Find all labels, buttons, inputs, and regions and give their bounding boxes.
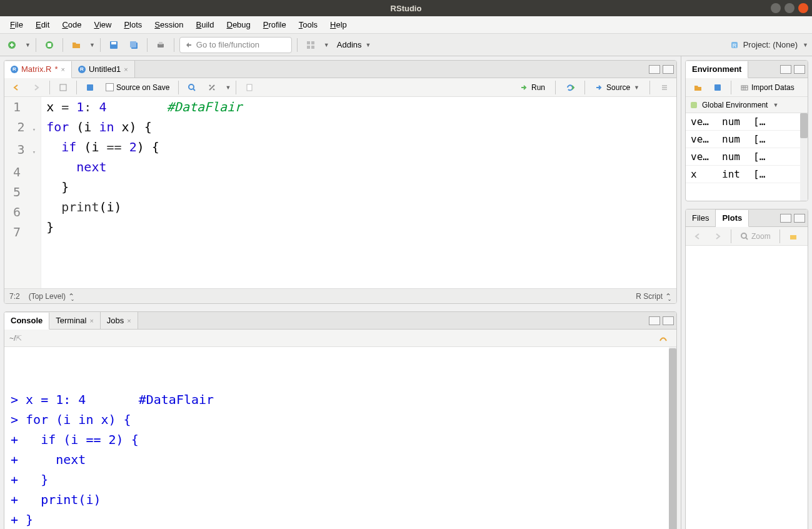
clear-console-button[interactable] (655, 330, 671, 346)
run-button[interactable]: Run (516, 82, 549, 93)
code-editor[interactable]: 1 2 ▾3 ▾4 5 6 7 x = 1: 4 #DataFlairfor (… (4, 97, 676, 288)
panes-dropdown[interactable]: ▼ (324, 42, 329, 48)
menu-edit[interactable]: Edit (31, 18, 54, 31)
new-project-button[interactable] (41, 37, 58, 53)
goto-file-function-input[interactable]: Go to file/function (179, 37, 292, 53)
close-tab-icon[interactable]: × (61, 66, 64, 73)
window-close-button[interactable] (798, 3, 808, 13)
code-tools-button[interactable] (204, 79, 220, 96)
code-line[interactable]: if (i == 2) { (46, 137, 242, 157)
close-tab-icon[interactable]: × (127, 317, 131, 325)
minimize-pane-button[interactable] (649, 316, 660, 325)
minimize-pane-button[interactable] (780, 65, 791, 74)
save-workspace-button[interactable] (709, 79, 726, 96)
menu-code[interactable]: Code (57, 18, 86, 31)
env-row[interactable]: xint[… (686, 166, 808, 183)
source-tab-matrix[interactable]: R Matrix.R* × (4, 61, 72, 78)
new-file-dropdown[interactable]: ▼ (25, 42, 31, 48)
code-line[interactable]: } (46, 217, 242, 237)
tab-terminal[interactable]: Terminal × (49, 312, 101, 329)
import-dataset-button[interactable]: Import Datas (736, 82, 798, 93)
gutter-line[interactable]: 2 ▾ (13, 117, 36, 139)
scope-selector[interactable]: (Top Level) ⌃̬ (29, 292, 74, 301)
code-line[interactable]: print(i) (46, 197, 242, 217)
previous-plot-button[interactable] (689, 228, 706, 244)
file-type-selector[interactable]: R Script ⌃̬ (636, 292, 671, 301)
window-maximize-button[interactable] (784, 3, 794, 13)
menu-help[interactable]: Help (325, 18, 352, 31)
env-scrollbar[interactable] (800, 113, 808, 201)
menu-view[interactable]: View (89, 18, 116, 31)
menu-plots[interactable]: Plots (119, 18, 147, 31)
new-file-button[interactable] (4, 37, 20, 53)
gutter-line[interactable]: 3 ▾ (13, 139, 36, 162)
gutter-line[interactable]: 5 (13, 182, 36, 202)
gutter-line[interactable]: 7 (13, 222, 36, 242)
svg-text:R: R (732, 43, 736, 49)
save-all-button[interactable] (126, 37, 142, 53)
code-line[interactable]: x = 1: 4 #DataFlair (46, 97, 242, 117)
maximize-pane-button[interactable] (663, 316, 674, 325)
menu-build[interactable]: Build (191, 18, 219, 31)
code-line[interactable]: next (46, 157, 242, 177)
menu-file[interactable]: File (5, 18, 28, 31)
compile-report-button[interactable] (241, 79, 258, 96)
maximize-pane-button[interactable] (794, 214, 805, 223)
env-row[interactable]: ve…num[… (686, 113, 808, 131)
grid-view-button[interactable] (303, 37, 319, 53)
console-scrollbar[interactable] (669, 347, 676, 529)
save-button[interactable] (106, 37, 122, 53)
tab-files[interactable]: Files (686, 209, 716, 226)
tab-environment[interactable]: Environment (686, 61, 748, 78)
gutter-line[interactable]: 4 (13, 162, 36, 182)
maximize-pane-button[interactable] (794, 65, 805, 74)
r-file-icon: R (11, 66, 18, 73)
environment-scope-label[interactable]: Global Environment (702, 101, 768, 109)
load-workspace-button[interactable] (689, 79, 706, 96)
show-in-new-window-button[interactable] (55, 79, 71, 96)
outline-button[interactable] (656, 79, 673, 96)
console-output[interactable]: > x = 1: 4 #DataFlair> for (i in x) {+ i… (4, 347, 676, 529)
addins-menu[interactable]: Addins ▼ (333, 40, 375, 49)
run-label: Run (531, 83, 545, 92)
source-tab-untitled[interactable]: R Untitled1 × (72, 61, 135, 78)
back-button[interactable] (8, 79, 24, 96)
print-button[interactable] (153, 37, 169, 53)
gutter-line[interactable]: 6 (13, 202, 36, 222)
env-row[interactable]: ve…num[… (686, 131, 808, 148)
menu-session[interactable]: Session (149, 18, 188, 31)
environment-scope-bar: Global Environment ▼ (686, 97, 808, 113)
console-cwd-popout-icon[interactable]: ⇱ (16, 334, 22, 343)
export-plot-button[interactable] (785, 228, 801, 244)
tab-jobs[interactable]: Jobs × (101, 312, 138, 329)
window-minimize-button[interactable] (771, 3, 781, 13)
tab-console[interactable]: Console (4, 313, 49, 330)
maximize-pane-button[interactable] (663, 65, 674, 74)
project-menu[interactable]: R Project: (None) ▼ (729, 40, 808, 50)
close-tab-icon[interactable]: × (89, 317, 93, 325)
code-line[interactable]: for (i in x) { (46, 117, 242, 137)
source-button[interactable]: Source ▼ (591, 82, 643, 93)
tab-plots[interactable]: Plots (716, 210, 749, 227)
open-file-button[interactable] (68, 37, 84, 53)
close-tab-icon[interactable]: × (124, 66, 128, 73)
file-type-label: R Script (636, 292, 663, 301)
save-file-button[interactable] (82, 79, 98, 96)
next-plot-button[interactable] (709, 228, 726, 244)
minimize-pane-button[interactable] (780, 214, 791, 223)
source-on-save-checkbox[interactable]: Source on Save (102, 82, 173, 93)
env-row[interactable]: ve…num[… (686, 148, 808, 166)
menu-debug[interactable]: Debug (222, 18, 256, 31)
open-recent-dropdown[interactable]: ▼ (89, 42, 95, 48)
minimize-pane-button[interactable] (649, 65, 660, 74)
svg-rect-10 (311, 41, 314, 44)
menu-profile[interactable]: Profile (258, 18, 291, 31)
zoom-button[interactable]: Zoom (736, 231, 774, 242)
code-line[interactable]: } (46, 177, 242, 197)
find-replace-button[interactable] (184, 79, 200, 96)
rerun-button[interactable] (562, 79, 578, 96)
scope-dropdown[interactable]: ▼ (773, 102, 778, 108)
menu-tools[interactable]: Tools (294, 18, 323, 31)
forward-button[interactable] (28, 79, 44, 96)
gutter-line[interactable]: 1 (13, 97, 36, 117)
